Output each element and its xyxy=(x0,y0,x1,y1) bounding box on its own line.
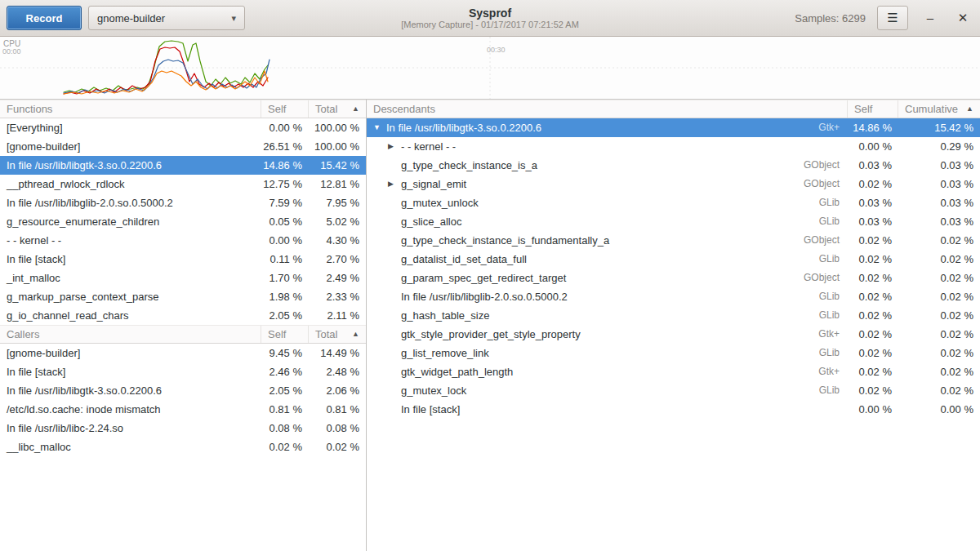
table-row[interactable]: gtk_style_provider_get_style_propertyGtk… xyxy=(367,325,980,344)
column-header-descendants[interactable]: Descendants xyxy=(367,100,848,118)
function-name: /etc/ld.so.cache: inode mismatch xyxy=(0,400,261,419)
function-name: g_slice_alloc xyxy=(401,212,461,231)
descendant-name-cell: g_slice_alloc xyxy=(367,212,782,231)
column-header-total[interactable]: ▲ Total xyxy=(309,326,366,343)
descendant-name-cell: gtk_widget_path_length xyxy=(367,362,782,381)
callers-table-header: Callers Self ▲ Total xyxy=(0,325,366,344)
function-name: [gnome-builder] xyxy=(0,344,261,362)
total-percent: 15.42 % xyxy=(309,156,366,175)
category-label: GLib xyxy=(782,306,848,325)
total-percent: 5.02 % xyxy=(309,212,366,231)
cumulative-percent: 0.29 % xyxy=(898,137,980,156)
table-row[interactable]: _int_malloc1.70 %2.49 % xyxy=(0,269,366,287)
total-percent: 2.70 % xyxy=(309,250,366,269)
table-row[interactable]: - - kernel - -0.00 %4.30 % xyxy=(0,231,366,250)
table-row[interactable]: [gnome-builder]9.45 %14.49 % xyxy=(0,344,366,362)
table-row[interactable]: ▶- - kernel - -0.00 %0.29 % xyxy=(367,137,980,156)
collapse-arrow-icon[interactable]: ▼ xyxy=(373,118,386,137)
cpu-usage-graph[interactable]: CPU 00:00 00:30 xyxy=(0,37,980,100)
close-button[interactable]: ✕ xyxy=(952,7,973,29)
table-row[interactable]: g_mutex_unlockGLib0.03 %0.03 % xyxy=(367,193,980,212)
category-label: GLib xyxy=(782,250,848,269)
self-percent: 0.02 % xyxy=(848,175,898,193)
descendant-name-cell: g_mutex_unlock xyxy=(367,193,782,212)
table-row[interactable]: g_param_spec_get_redirect_targetGObject0… xyxy=(367,269,980,287)
table-row[interactable]: g_list_remove_linkGLib0.02 %0.02 % xyxy=(367,344,980,362)
self-percent: 14.86 % xyxy=(261,156,309,175)
self-percent: 1.70 % xyxy=(261,269,309,287)
table-row[interactable]: In file [stack]0.00 %0.00 % xyxy=(367,400,980,419)
table-row[interactable]: [gnome-builder]26.51 %100.00 % xyxy=(0,137,366,156)
column-header-total[interactable]: ▲ Total xyxy=(309,100,366,118)
self-percent: 2.46 % xyxy=(261,362,309,381)
table-row[interactable]: g_type_check_instance_is_aGObject0.03 %0… xyxy=(367,156,980,175)
column-header-self[interactable]: Self xyxy=(261,326,309,343)
function-name: g_mutex_lock xyxy=(401,381,466,400)
table-row[interactable]: g_slice_allocGLib0.03 %0.03 % xyxy=(367,212,980,231)
self-percent: 9.45 % xyxy=(261,344,309,362)
table-row[interactable]: In file [stack]2.46 %2.48 % xyxy=(0,362,366,381)
function-name: In file /usr/lib/libgtk-3.so.0.2200.6 xyxy=(0,156,261,175)
table-row[interactable]: g_mutex_lockGLib0.02 %0.02 % xyxy=(367,381,980,400)
process-selector-label: gnome-builder xyxy=(97,12,165,24)
table-row[interactable]: g_markup_parse_context_parse1.98 %2.33 % xyxy=(0,287,366,306)
table-row[interactable]: In file [stack]0.11 %2.70 % xyxy=(0,250,366,269)
self-percent: 0.02 % xyxy=(848,362,898,381)
function-name: In file /usr/lib/libglib-2.0.so.0.5000.2 xyxy=(0,193,261,212)
table-row[interactable]: ▼In file /usr/lib/libgtk-3.so.0.2200.6Gt… xyxy=(367,118,980,137)
expand-arrow-icon[interactable]: ▶ xyxy=(388,137,401,156)
column-header-cumulative[interactable]: ▲ Cumulative xyxy=(898,100,980,118)
function-name: g_datalist_id_set_data_full xyxy=(401,250,527,269)
cumulative-percent: 0.00 % xyxy=(898,400,980,419)
expand-arrow-icon[interactable]: ▶ xyxy=(388,175,401,193)
record-button[interactable]: Record xyxy=(7,6,82,30)
table-row[interactable]: gtk_widget_path_lengthGtk+0.02 %0.02 % xyxy=(367,362,980,381)
table-row[interactable]: g_resource_enumerate_children0.05 %5.02 … xyxy=(0,212,366,231)
total-percent: 14.49 % xyxy=(309,344,366,362)
chevron-down-icon: ▾ xyxy=(231,13,236,24)
sort-indicator-icon: ▲ xyxy=(352,100,359,118)
self-percent: 0.00 % xyxy=(848,137,898,156)
category-label: Gtk+ xyxy=(782,325,848,344)
function-name: - - kernel - - xyxy=(0,231,261,250)
category-label: GObject xyxy=(782,231,848,250)
left-panel: Functions Self ▲ Total [Everything]0.00 … xyxy=(0,100,367,551)
total-percent: 4.30 % xyxy=(309,231,366,250)
column-header-functions[interactable]: Functions xyxy=(0,100,261,118)
menu-button[interactable]: ☰ xyxy=(877,6,908,30)
table-row[interactable]: g_datalist_id_set_data_fullGLib0.02 %0.0… xyxy=(367,250,980,269)
table-row[interactable]: In file /usr/lib/libc-2.24.so0.08 %0.08 … xyxy=(0,419,366,438)
minimize-button[interactable]: – xyxy=(920,7,941,29)
table-row[interactable]: __pthread_rwlock_rdlock12.75 %12.81 % xyxy=(0,175,366,193)
table-row[interactable]: g_type_check_instance_is_fundamentally_a… xyxy=(367,231,980,250)
total-percent: 2.49 % xyxy=(309,269,366,287)
self-percent: 0.05 % xyxy=(261,212,309,231)
table-row[interactable]: In file /usr/lib/libgtk-3.so.0.2200.62.0… xyxy=(0,381,366,400)
function-name: g_type_check_instance_is_a xyxy=(401,156,537,175)
total-percent: 2.11 % xyxy=(309,306,366,325)
function-name: In file [stack] xyxy=(401,400,460,419)
function-name: In file /usr/lib/libc-2.24.so xyxy=(0,419,261,438)
descendant-name-cell: g_hash_table_size xyxy=(367,306,782,325)
table-row[interactable]: __libc_malloc0.02 %0.02 % xyxy=(0,438,366,456)
table-row[interactable]: ▶g_signal_emitGObject0.02 %0.03 % xyxy=(367,175,980,193)
self-percent: 0.11 % xyxy=(261,250,309,269)
process-selector-dropdown[interactable]: gnome-builder ▾ xyxy=(88,6,245,30)
table-row[interactable]: In file /usr/lib/libglib-2.0.so.0.5000.2… xyxy=(367,287,980,306)
table-row[interactable]: In file /usr/lib/libgtk-3.so.0.2200.614.… xyxy=(0,156,366,175)
function-name: g_io_channel_read_chars xyxy=(0,306,261,325)
self-percent: 0.02 % xyxy=(848,269,898,287)
column-header-self[interactable]: Self xyxy=(848,100,898,118)
table-row[interactable]: g_io_channel_read_chars2.05 %2.11 % xyxy=(0,306,366,325)
total-percent: 7.95 % xyxy=(309,193,366,212)
self-percent: 0.02 % xyxy=(848,344,898,362)
table-row[interactable]: In file /usr/lib/libglib-2.0.so.0.5000.2… xyxy=(0,193,366,212)
table-row[interactable]: /etc/ld.so.cache: inode mismatch0.81 %0.… xyxy=(0,400,366,419)
category-label: GLib xyxy=(782,287,848,306)
table-row[interactable]: [Everything]0.00 %100.00 % xyxy=(0,118,366,137)
column-header-callers[interactable]: Callers xyxy=(0,326,261,343)
cumulative-percent: 0.02 % xyxy=(898,381,980,400)
column-header-self[interactable]: Self xyxy=(261,100,309,118)
functions-table-header: Functions Self ▲ Total xyxy=(0,100,366,118)
table-row[interactable]: g_hash_table_sizeGLib0.02 %0.02 % xyxy=(367,306,980,325)
